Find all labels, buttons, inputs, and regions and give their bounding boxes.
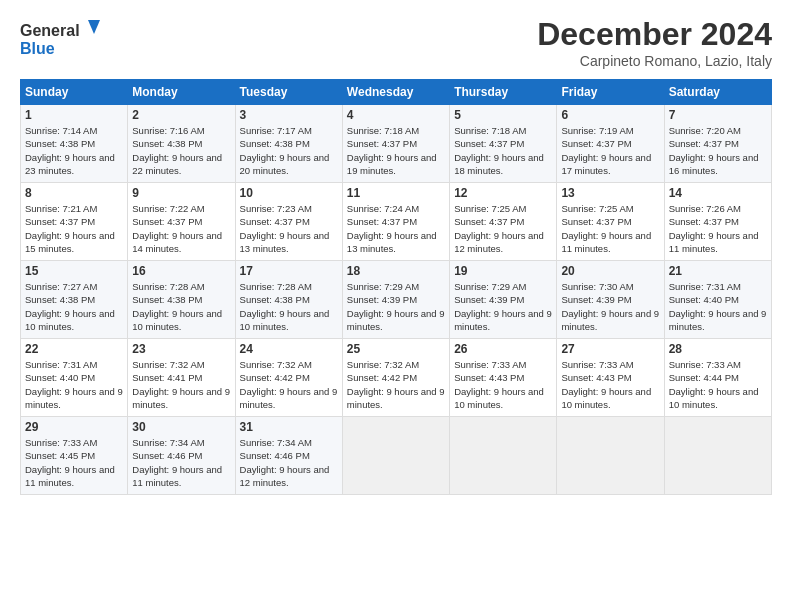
day-info: Sunrise: 7:33 AMSunset: 4:43 PMDaylight:…	[561, 358, 659, 411]
day-number: 7	[669, 108, 767, 122]
day-info: Sunrise: 7:29 AMSunset: 4:39 PMDaylight:…	[347, 280, 445, 333]
day-header-thursday: Thursday	[450, 80, 557, 105]
day-info: Sunrise: 7:14 AMSunset: 4:38 PMDaylight:…	[25, 124, 123, 177]
day-number: 24	[240, 342, 338, 356]
day-info: Sunrise: 7:33 AMSunset: 4:45 PMDaylight:…	[25, 436, 123, 489]
day-info: Sunrise: 7:32 AMSunset: 4:42 PMDaylight:…	[347, 358, 445, 411]
calendar-day-cell: 29 Sunrise: 7:33 AMSunset: 4:45 PMDaylig…	[21, 417, 128, 495]
day-number: 15	[25, 264, 123, 278]
day-number: 10	[240, 186, 338, 200]
calendar-day-cell: 13 Sunrise: 7:25 AMSunset: 4:37 PMDaylig…	[557, 183, 664, 261]
calendar-day-cell: 21 Sunrise: 7:31 AMSunset: 4:40 PMDaylig…	[664, 261, 771, 339]
day-number: 5	[454, 108, 552, 122]
calendar-day-cell: 1 Sunrise: 7:14 AMSunset: 4:38 PMDayligh…	[21, 105, 128, 183]
calendar-week-row: 29 Sunrise: 7:33 AMSunset: 4:45 PMDaylig…	[21, 417, 772, 495]
calendar-day-cell	[664, 417, 771, 495]
day-number: 27	[561, 342, 659, 356]
day-info: Sunrise: 7:28 AMSunset: 4:38 PMDaylight:…	[132, 280, 230, 333]
day-number: 25	[347, 342, 445, 356]
day-number: 26	[454, 342, 552, 356]
calendar-day-cell: 27 Sunrise: 7:33 AMSunset: 4:43 PMDaylig…	[557, 339, 664, 417]
day-number: 28	[669, 342, 767, 356]
day-number: 20	[561, 264, 659, 278]
day-info: Sunrise: 7:34 AMSunset: 4:46 PMDaylight:…	[132, 436, 230, 489]
day-number: 9	[132, 186, 230, 200]
calendar-day-cell: 17 Sunrise: 7:28 AMSunset: 4:38 PMDaylig…	[235, 261, 342, 339]
day-info: Sunrise: 7:28 AMSunset: 4:38 PMDaylight:…	[240, 280, 338, 333]
calendar-day-cell: 10 Sunrise: 7:23 AMSunset: 4:37 PMDaylig…	[235, 183, 342, 261]
day-number: 17	[240, 264, 338, 278]
calendar-day-cell: 8 Sunrise: 7:21 AMSunset: 4:37 PMDayligh…	[21, 183, 128, 261]
day-number: 13	[561, 186, 659, 200]
day-number: 29	[25, 420, 123, 434]
day-header-saturday: Saturday	[664, 80, 771, 105]
day-number: 14	[669, 186, 767, 200]
calendar-week-row: 1 Sunrise: 7:14 AMSunset: 4:38 PMDayligh…	[21, 105, 772, 183]
day-info: Sunrise: 7:18 AMSunset: 4:37 PMDaylight:…	[454, 124, 552, 177]
day-number: 6	[561, 108, 659, 122]
calendar-week-row: 22 Sunrise: 7:31 AMSunset: 4:40 PMDaylig…	[21, 339, 772, 417]
calendar-day-cell	[450, 417, 557, 495]
calendar-day-cell: 12 Sunrise: 7:25 AMSunset: 4:37 PMDaylig…	[450, 183, 557, 261]
day-number: 30	[132, 420, 230, 434]
day-number: 19	[454, 264, 552, 278]
location-subtitle: Carpineto Romano, Lazio, Italy	[537, 53, 772, 69]
calendar-day-cell: 15 Sunrise: 7:27 AMSunset: 4:38 PMDaylig…	[21, 261, 128, 339]
day-info: Sunrise: 7:25 AMSunset: 4:37 PMDaylight:…	[454, 202, 552, 255]
month-title: December 2024	[537, 16, 772, 53]
day-header-sunday: Sunday	[21, 80, 128, 105]
day-info: Sunrise: 7:16 AMSunset: 4:38 PMDaylight:…	[132, 124, 230, 177]
calendar-week-row: 15 Sunrise: 7:27 AMSunset: 4:38 PMDaylig…	[21, 261, 772, 339]
day-info: Sunrise: 7:31 AMSunset: 4:40 PMDaylight:…	[25, 358, 123, 411]
day-number: 4	[347, 108, 445, 122]
day-info: Sunrise: 7:33 AMSunset: 4:44 PMDaylight:…	[669, 358, 767, 411]
day-info: Sunrise: 7:19 AMSunset: 4:37 PMDaylight:…	[561, 124, 659, 177]
day-info: Sunrise: 7:34 AMSunset: 4:46 PMDaylight:…	[240, 436, 338, 489]
calendar-day-cell	[342, 417, 449, 495]
calendar-day-cell: 11 Sunrise: 7:24 AMSunset: 4:37 PMDaylig…	[342, 183, 449, 261]
day-number: 8	[25, 186, 123, 200]
day-info: Sunrise: 7:32 AMSunset: 4:41 PMDaylight:…	[132, 358, 230, 411]
day-info: Sunrise: 7:21 AMSunset: 4:37 PMDaylight:…	[25, 202, 123, 255]
day-header-friday: Friday	[557, 80, 664, 105]
day-info: Sunrise: 7:32 AMSunset: 4:42 PMDaylight:…	[240, 358, 338, 411]
day-number: 3	[240, 108, 338, 122]
svg-marker-2	[88, 20, 100, 34]
calendar-day-cell: 2 Sunrise: 7:16 AMSunset: 4:38 PMDayligh…	[128, 105, 235, 183]
day-number: 16	[132, 264, 230, 278]
day-info: Sunrise: 7:26 AMSunset: 4:37 PMDaylight:…	[669, 202, 767, 255]
calendar-day-cell: 4 Sunrise: 7:18 AMSunset: 4:37 PMDayligh…	[342, 105, 449, 183]
calendar-day-cell	[557, 417, 664, 495]
svg-text:Blue: Blue	[20, 40, 55, 57]
day-info: Sunrise: 7:17 AMSunset: 4:38 PMDaylight:…	[240, 124, 338, 177]
day-info: Sunrise: 7:33 AMSunset: 4:43 PMDaylight:…	[454, 358, 552, 411]
day-number: 21	[669, 264, 767, 278]
day-number: 18	[347, 264, 445, 278]
calendar-header: SundayMondayTuesdayWednesdayThursdayFrid…	[21, 80, 772, 105]
calendar-day-cell: 25 Sunrise: 7:32 AMSunset: 4:42 PMDaylig…	[342, 339, 449, 417]
day-info: Sunrise: 7:27 AMSunset: 4:38 PMDaylight:…	[25, 280, 123, 333]
day-header-wednesday: Wednesday	[342, 80, 449, 105]
calendar-day-cell: 5 Sunrise: 7:18 AMSunset: 4:37 PMDayligh…	[450, 105, 557, 183]
day-info: Sunrise: 7:30 AMSunset: 4:39 PMDaylight:…	[561, 280, 659, 333]
day-number: 23	[132, 342, 230, 356]
calendar-day-cell: 19 Sunrise: 7:29 AMSunset: 4:39 PMDaylig…	[450, 261, 557, 339]
day-info: Sunrise: 7:25 AMSunset: 4:37 PMDaylight:…	[561, 202, 659, 255]
logo: General Blue	[20, 16, 100, 61]
day-info: Sunrise: 7:23 AMSunset: 4:37 PMDaylight:…	[240, 202, 338, 255]
calendar-day-cell: 9 Sunrise: 7:22 AMSunset: 4:37 PMDayligh…	[128, 183, 235, 261]
calendar-day-cell: 30 Sunrise: 7:34 AMSunset: 4:46 PMDaylig…	[128, 417, 235, 495]
day-info: Sunrise: 7:31 AMSunset: 4:40 PMDaylight:…	[669, 280, 767, 333]
day-info: Sunrise: 7:29 AMSunset: 4:39 PMDaylight:…	[454, 280, 552, 333]
calendar-day-cell: 14 Sunrise: 7:26 AMSunset: 4:37 PMDaylig…	[664, 183, 771, 261]
day-info: Sunrise: 7:22 AMSunset: 4:37 PMDaylight:…	[132, 202, 230, 255]
day-number: 22	[25, 342, 123, 356]
calendar-day-cell: 22 Sunrise: 7:31 AMSunset: 4:40 PMDaylig…	[21, 339, 128, 417]
calendar-day-cell: 26 Sunrise: 7:33 AMSunset: 4:43 PMDaylig…	[450, 339, 557, 417]
day-header-monday: Monday	[128, 80, 235, 105]
day-number: 31	[240, 420, 338, 434]
day-number: 1	[25, 108, 123, 122]
calendar-day-cell: 18 Sunrise: 7:29 AMSunset: 4:39 PMDaylig…	[342, 261, 449, 339]
day-info: Sunrise: 7:18 AMSunset: 4:37 PMDaylight:…	[347, 124, 445, 177]
calendar-week-row: 8 Sunrise: 7:21 AMSunset: 4:37 PMDayligh…	[21, 183, 772, 261]
